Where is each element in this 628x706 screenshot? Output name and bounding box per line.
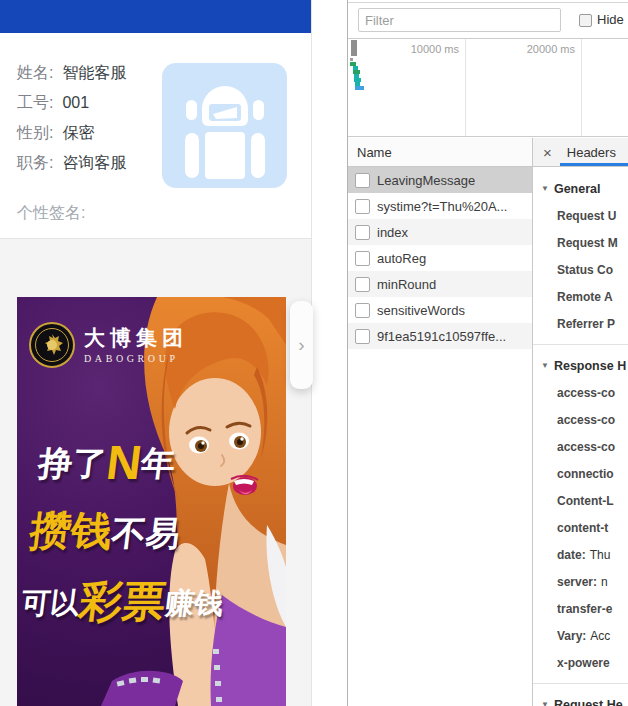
request-name: minRound	[377, 277, 436, 292]
panel-header-bar	[0, 0, 311, 33]
ad-headline-line3: 可以彩票赚钱	[18, 573, 227, 631]
screenshot-root: 姓名: 智能客服 工号: 001 性别: 保密 职务: 咨询客服	[0, 0, 628, 706]
ad-headline: 挣了N年 攒钱不易 可以彩票赚钱	[18, 435, 244, 631]
chevron-right-icon: ›	[298, 334, 304, 356]
section-response-headers[interactable]: ▼ Response H	[533, 352, 628, 379]
request-row[interactable]: minRound	[348, 271, 532, 297]
request-checkbox[interactable]	[355, 277, 370, 292]
general-item: Remote A	[533, 283, 628, 310]
close-icon[interactable]: ×	[543, 145, 552, 160]
customer-service-panel: 姓名: 智能客服 工号: 001 性别: 保密 职务: 咨询客服	[0, 0, 312, 706]
details-tab-bar: × Headers	[533, 138, 628, 167]
column-header-name[interactable]: Name	[348, 138, 532, 167]
request-checkbox[interactable]	[355, 225, 370, 240]
response-header-item: Content-L	[533, 487, 628, 514]
request-row[interactable]: index	[348, 219, 532, 245]
ad-brand-text: 大博集团 DABOGROUP	[84, 326, 188, 364]
avatar	[162, 63, 287, 188]
section-separator	[533, 344, 628, 345]
field-label: 姓名:	[17, 63, 53, 84]
panel-expand-handle[interactable]: ›	[290, 301, 313, 389]
ad-headline-line2: 攒钱不易	[27, 504, 236, 559]
ad-brand-logo-row: 大博集团 DABOGROUP	[29, 322, 188, 368]
request-name: autoReg	[377, 251, 426, 266]
general-item: Status Co	[533, 256, 628, 283]
section-general[interactable]: ▼ General	[533, 175, 628, 202]
filter-input[interactable]	[358, 8, 561, 32]
tab-headers[interactable]: Headers	[567, 145, 616, 160]
response-header-item: server:n	[533, 568, 628, 595]
field-label: 职务:	[17, 153, 53, 174]
hide-checkbox[interactable]	[579, 14, 592, 27]
response-header-item: connectio	[533, 460, 628, 487]
timeline-tick-label: 20000 ms	[465, 43, 575, 55]
request-checkbox[interactable]	[355, 329, 370, 344]
robot-icon	[162, 63, 287, 188]
request-name: LeavingMessage	[377, 173, 475, 188]
signature-label: 个性签名:	[17, 203, 85, 224]
general-item: Referrer P	[533, 310, 628, 337]
request-row[interactable]: autoReg	[348, 245, 532, 271]
brand-name-en: DABOGROUP	[84, 353, 188, 364]
profile-row-name: 姓名: 智能客服	[17, 58, 126, 88]
profile-row-title: 职务: 咨询客服	[17, 148, 126, 178]
response-header-item: Vary:Acc	[533, 622, 628, 649]
request-name: index	[377, 225, 408, 240]
field-value: 001	[62, 94, 89, 112]
profile-row-id: 工号: 001	[17, 88, 126, 118]
network-timeline-overview[interactable]: 10000 ms 20000 ms	[348, 39, 628, 137]
section-separator	[533, 683, 628, 684]
devtools-network-panel: Hide 10000 ms 20000 ms Name LeavingMessa…	[347, 0, 628, 706]
lottery-ad-banner[interactable]: 大博集团 DABOGROUP 挣了N年 攒钱不易 可以彩票赚钱	[17, 297, 286, 706]
request-checkbox[interactable]	[355, 251, 370, 266]
field-value: 保密	[62, 123, 94, 144]
response-header-item: access-co	[533, 433, 628, 460]
general-item: Request M	[533, 229, 628, 256]
request-table: Name LeavingMessage systime?t=Thu%20A...…	[348, 138, 532, 706]
field-label: 工号:	[17, 93, 53, 114]
section-request-headers[interactable]: ▼ Request He	[533, 691, 628, 706]
field-value: 咨询客服	[62, 153, 126, 174]
request-name: 9f1ea5191c10597ffe...	[377, 329, 506, 344]
triangle-down-icon: ▼	[541, 184, 549, 193]
waterfall-bar	[350, 58, 353, 61]
network-filter-bar: Hide	[348, 2, 628, 39]
field-label: 性别:	[17, 123, 53, 144]
triangle-down-icon: ▼	[541, 361, 549, 370]
brand-name-cn: 大博集团	[84, 326, 188, 350]
request-row-selected[interactable]: LeavingMessage	[348, 167, 532, 193]
request-row[interactable]: sensitiveWords	[348, 297, 532, 323]
response-header-item: access-co	[533, 379, 628, 406]
request-checkbox[interactable]	[355, 173, 370, 188]
request-checkbox[interactable]	[355, 199, 370, 214]
timeline-gridline	[581, 39, 582, 136]
request-checkbox[interactable]	[355, 303, 370, 318]
profile-info: 姓名: 智能客服 工号: 001 性别: 保密 职务: 咨询客服	[17, 58, 126, 178]
active-tab-underline	[560, 163, 628, 166]
request-name: systime?t=Thu%20A...	[377, 199, 507, 214]
general-item: Request U	[533, 202, 628, 229]
timeline-scrubber[interactable]	[351, 40, 357, 56]
request-details-panel: × Headers ▼ General Request U Request M …	[532, 138, 628, 706]
waterfall-bar	[355, 86, 364, 90]
response-header-item: transfer-e	[533, 595, 628, 622]
profile-row-gender: 性别: 保密	[17, 118, 126, 148]
field-value: 智能客服	[62, 63, 126, 84]
hide-checkbox-label[interactable]: Hide	[597, 12, 624, 27]
request-row[interactable]: 9f1ea5191c10597ffe...	[348, 323, 532, 349]
request-row[interactable]: systime?t=Thu%20A...	[348, 193, 532, 219]
request-name: sensitiveWords	[377, 303, 465, 318]
headers-content: ▼ General Request U Request M Status Co …	[533, 167, 628, 706]
ad-headline-line1: 挣了N年	[35, 435, 244, 490]
timeline-tick-label: 10000 ms	[348, 43, 459, 55]
triangle-down-icon: ▼	[541, 700, 549, 706]
lion-crest-icon	[29, 322, 75, 368]
response-header-item: access-co	[533, 406, 628, 433]
response-header-item: content-t	[533, 514, 628, 541]
response-header-item: x-powere	[533, 649, 628, 676]
response-header-item: date:Thu	[533, 541, 628, 568]
